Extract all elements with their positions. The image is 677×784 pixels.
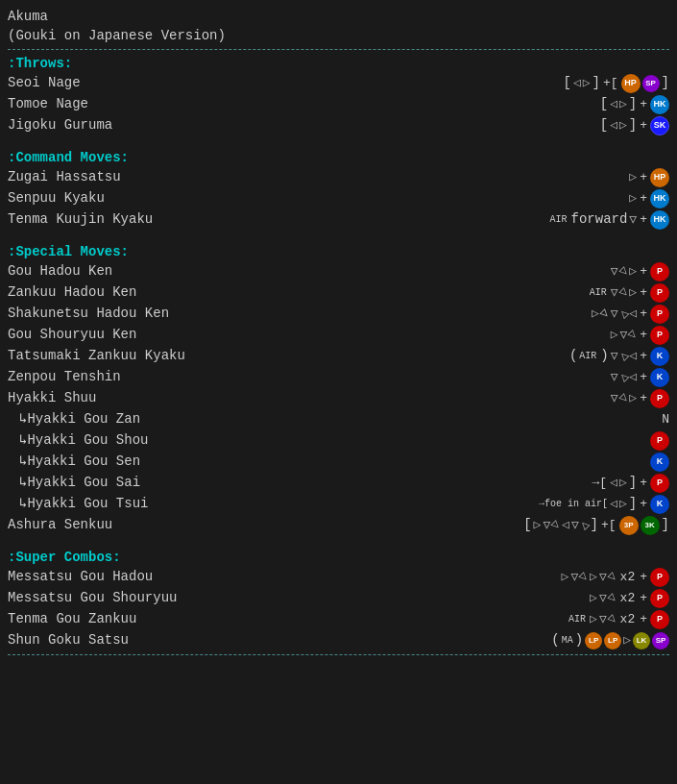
p-button: P [650,431,669,451]
move-inputs: ▷ ▽ ▷ ▷ ▽ ▷ x2 + P [562,568,669,587]
move-name: Gou Hadou Ken [8,261,112,282]
move-inputs: ( AIR ) ▽ ◁ ◁ + K [569,346,669,366]
move-inputs: [ ▷ ▽ ▷ ◁ ▽ ◁ ] +[ 3P 3K ] [523,515,669,535]
sp-button: SP [642,75,660,92]
p-button: P [650,326,669,345]
title-block: Akuma (Gouki on Japanese Version) [8,8,669,45]
title-line2: (Gouki on Japanese Version) [8,27,669,46]
move-name: ↳Hyakki Gou Sen [8,452,140,472]
hp-button: HP [621,74,641,93]
move-inputs: ▽ ▷ ▷ + P [611,262,669,282]
move-name: Tatsumaki Zankuu Kyaku [8,346,185,366]
hk-button: HK [650,95,669,114]
move-inputs: P [650,431,669,451]
move-name: Shun Goku Satsu [8,630,129,650]
throws-header: :Throws: [8,56,669,71]
move-inputs: ▷ ▽ ▷ + P [611,326,669,345]
move-inputs: ▷ ▽ ▽ ◁ ◁ + P [592,305,669,324]
move-inputs: ▽ ▷ ▷ + P [611,389,669,408]
move-ashura: Ashura Senkuu [ ▷ ▽ ▷ ◁ ▽ ◁ ] +[ 3P 3K ] [8,515,669,535]
move-name: Jigoku Guruma [8,115,112,135]
move-seoi-nage: Seoi Nage [ ◁ ▷ ] +[ HP SP ] [8,73,669,93]
move-name: Tomoe Nage [8,94,88,114]
move-inputs: AIR forward ▽ + HK [550,209,669,230]
move-name: Gou Shouryuu Ken [8,325,136,345]
move-name: Hyakki Shuu [8,388,96,408]
move-inputs: ( MA ) LP LP ▷ LK SP [551,630,669,650]
move-tatsumaki: Tatsumaki Zankuu Kyaku ( AIR ) ▽ ◁ ◁ + K [8,346,669,366]
p-button: P [650,283,669,303]
sk-button: SK [650,116,669,135]
move-zugai: Zugai Hassatsu ▷ + HP [8,167,669,187]
move-hyakki-sai: ↳Hyakki Gou Sai →[ ◁ ▷ ] + P [8,473,669,493]
move-inputs: ▷ ▽ ▷ x2 + P [590,589,669,608]
p-button: P [650,305,669,324]
move-gou-shou: Gou Shouryuu Ken ▷ ▽ ▷ + P [8,325,669,345]
move-zenpou: Zenpou Tenshin ▽ ◁ ◁ + K [8,367,669,387]
move-inputs: N [662,410,669,429]
page-container: Akuma (Gouki on Japanese Version) :Throw… [8,8,669,655]
move-shakunetsu: Shakunetsu Hadou Ken ▷ ▽ ▽ ◁ ◁ + P [8,304,669,324]
move-inputs: →foe in air[ ◁ ▷ ] + K [539,494,669,514]
move-zankuu: Zankuu Hadou Ken AIR ▽ ▷ ▷ + P [8,282,669,303]
move-senpuu: Senpuu Kyaku ▷ + HK [8,188,669,208]
move-hyakki-tsui: ↳Hyakki Gou Tsui →foe in air[ ◁ ▷ ] + K [8,494,669,514]
p-button: P [650,389,669,408]
title-line1: Akuma [8,8,669,27]
move-messatsu-shou: Messatsu Gou Shouryuu ▷ ▽ ▷ x2 + P [8,588,669,608]
sp2-button: SP [652,632,669,649]
p-button: P [650,474,669,493]
p-button: P [650,589,669,608]
move-tenma-gou: Tenma Gou Zankuu AIR ▷ ▽ ▷ x2 + P [8,609,669,629]
lp2-button: LP [604,632,621,649]
move-tomoe-nage: Tomoe Nage [ ◁ ▷ ] + HK [8,94,669,114]
move-shun-goku: Shun Goku Satsu ( MA ) LP LP ▷ LK SP [8,630,669,650]
move-name: Zankuu Hadou Ken [8,282,136,303]
special-header: :Special Moves: [8,244,669,259]
move-inputs: ▷ + HK [629,189,669,208]
super-header: :Super Combos: [8,550,669,565]
hk-button: HK [650,189,669,208]
move-inputs: K [650,453,669,472]
move-inputs: ▷ + HP [629,168,669,187]
move-name: Ashura Senkuu [8,515,112,535]
move-hyakki-sen: ↳Hyakki Gou Sen K [8,452,669,472]
move-hyakki-shou: ↳Hyakki Gou Shou P [8,430,669,451]
move-name: Messatsu Gou Hadou [8,567,153,587]
k-button: K [650,453,669,472]
move-gou-hadou: Gou Hadou Ken ▽ ▷ ▷ + P [8,261,669,282]
move-inputs: AIR ▽ ▷ ▷ + P [590,283,669,303]
3k-button: 3K [641,516,660,535]
p-button: P [650,262,669,282]
move-name: Zenpou Tenshin [8,367,121,387]
top-divider [8,49,669,50]
move-inputs: AIR ▷ ▽ ▷ x2 + P [568,610,669,629]
hp-button: HP [650,168,669,187]
move-name: ↳Hyakki Gou Sai [8,473,140,493]
p-button: P [650,568,669,587]
move-inputs: [ ◁ ▷ ] + HK [600,94,669,114]
move-name: ↳Hyakki Gou Tsui [8,494,148,514]
move-inputs: [ ◁ ▷ ] + SK [600,115,669,135]
move-inputs: [ ◁ ▷ ] +[ HP SP ] [564,73,669,93]
3p-button: 3P [619,516,639,535]
hk-button: HK [650,210,669,230]
move-inputs: ▽ ◁ ◁ + K [611,368,669,387]
move-hyakki-zan: ↳Hyakki Gou Zan N [8,409,669,429]
move-name: Seoi Nage [8,73,81,93]
move-jigoku-guruma: Jigoku Guruma [ ◁ ▷ ] + SK [8,115,669,135]
move-tenma: Tenma Kuujin Kyaku AIR forward ▽ + HK [8,209,669,230]
move-name: Messatsu Gou Shouryuu [8,588,177,608]
command-header: :Command Moves: [8,150,669,165]
move-name: ↳Hyakki Gou Shou [8,430,148,451]
move-name: Tenma Gou Zankuu [8,609,136,629]
move-name: ↳Hyakki Gou Zan [8,409,140,429]
move-name: Zugai Hassatsu [8,167,121,187]
k-button: K [650,495,669,514]
move-hyakki-shuu: Hyakki Shuu ▽ ▷ ▷ + P [8,388,669,408]
bottom-divider [8,654,669,655]
k-button: K [650,347,669,366]
move-inputs: →[ ◁ ▷ ] + P [592,473,669,493]
lp-button: LP [585,632,602,649]
move-messatsu-hadou: Messatsu Gou Hadou ▷ ▽ ▷ ▷ ▽ ▷ x2 + P [8,567,669,587]
